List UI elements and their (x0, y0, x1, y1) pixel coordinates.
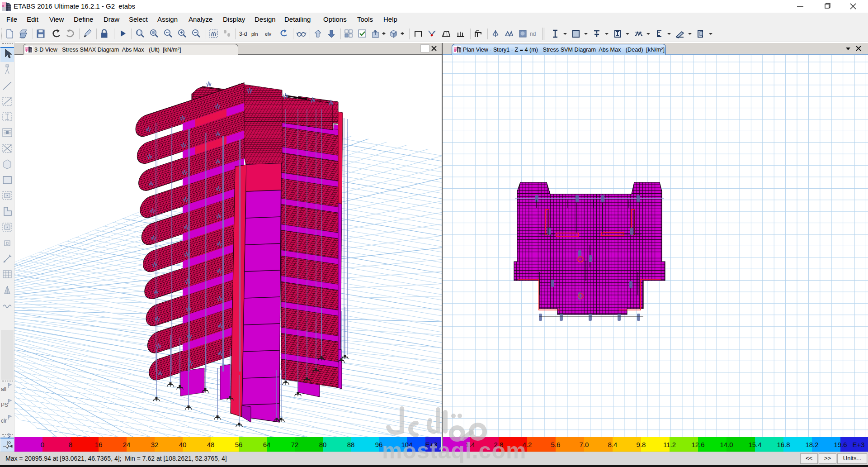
svg-text:elv: elv (265, 31, 272, 37)
svg-text:mostaql.com: mostaql.com (382, 438, 526, 463)
svg-text:pln: pln (251, 31, 258, 37)
svg-text:3-d: 3-d (239, 31, 247, 37)
svg-text:nd: nd (530, 31, 536, 37)
